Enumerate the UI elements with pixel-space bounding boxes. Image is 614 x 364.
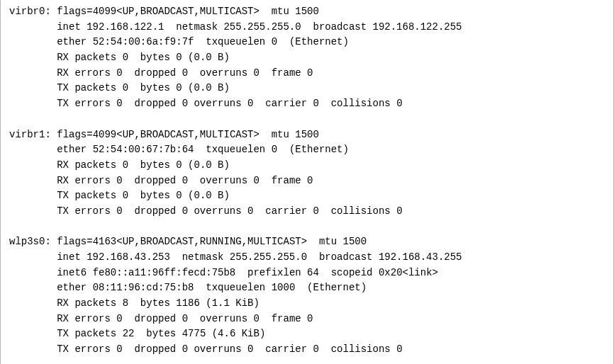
- iface-virbr0-ether-mac: 52:54:00:6a:f9:7f: [93, 36, 194, 47]
- iface-virbr1-mtu: 1500: [295, 129, 319, 140]
- iface-virbr0-tx-human: 0.0 B: [194, 82, 223, 93]
- iface-virbr0-rx-frame: 0: [307, 67, 313, 79]
- iface-wlp3s0-tx-human: 4.6 KiB: [218, 328, 259, 339]
- iface-wlp3s0-rx-bytes: 1186: [176, 297, 200, 309]
- iface-virbr1-tx-bytes: 0: [176, 190, 182, 201]
- iface-wlp3s0-inet-addr: 192.168.43.253: [86, 251, 170, 263]
- iface-virbr0-tx-overruns: 0: [247, 98, 253, 109]
- iface-wlp3s0-tx-bytes: 4775: [182, 328, 206, 339]
- iface-wlp3s0-flags-value: 4163: [93, 236, 117, 247]
- iface-virbr1-tx-packets: 0: [123, 190, 128, 201]
- iface-virbr1-rx-frame: 0: [307, 175, 313, 186]
- iface-wlp3s0-tx-carrier: 0: [313, 343, 319, 355]
- iface-virbr0-tx-carrier: 0: [313, 98, 319, 109]
- iface-wlp3s0-rx-errors: 0: [116, 313, 122, 324]
- iface-virbr1-name: virbr1: [9, 129, 45, 140]
- iface-virbr0-ether-txqueuelen: 0: [272, 36, 277, 47]
- iface-virbr0-inet-broadcast: 192.168.122.255: [373, 21, 462, 33]
- iface-virbr0-inet-netmask: 255.255.255.0: [223, 21, 301, 33]
- iface-virbr1-ether-txqueuelen: 0: [272, 144, 277, 155]
- iface-wlp3s0-rx-dropped: 0: [182, 313, 188, 324]
- iface-wlp3s0-ether-type: Ethernet: [313, 282, 361, 293]
- iface-virbr0-tx-dropped: 0: [182, 98, 188, 109]
- iface-virbr1-rx-bytes: 0: [176, 159, 182, 171]
- iface-virbr1-ether-mac: 52:54:00:67:7b:64: [93, 144, 194, 155]
- iface-virbr0-ether-type: Ethernet: [295, 36, 342, 47]
- iface-virbr0-tx-bytes: 0: [176, 82, 182, 93]
- iface-wlp3s0-tx-overruns: 0: [247, 343, 253, 355]
- iface-virbr1-rx-human: 0.0 B: [194, 159, 223, 171]
- iface-virbr0-name: virbr0: [9, 6, 45, 17]
- iface-wlp3s0-rx-human: 1.1 KiB: [212, 297, 254, 309]
- iface-wlp3s0-mtu: 1500: [343, 236, 367, 247]
- iface-virbr1-tx-dropped: 0: [182, 205, 188, 217]
- iface-wlp3s0-ether-txqueuelen: 1000: [272, 282, 296, 293]
- iface-wlp3s0-tx-collisions: 0: [396, 343, 402, 355]
- iface-virbr0-tx-errors: 0: [116, 98, 122, 109]
- iface-virbr0-rx-dropped: 0: [182, 67, 188, 79]
- iface-wlp3s0-inet6-scopeid: 0x20<link>: [379, 267, 438, 278]
- iface-virbr0-rx-bytes: 0: [176, 52, 182, 63]
- iface-virbr0-rx-packets: 0: [123, 52, 128, 63]
- iface-wlp3s0-inet-netmask: 255.255.255.0: [230, 251, 307, 263]
- terminal-viewport: virbr0: flags=4099<UP,BROADCAST,MULTICAS…: [0, 0, 614, 364]
- iface-virbr1-tx-carrier: 0: [313, 205, 319, 217]
- iface-wlp3s0-inet-broadcast: 192.168.43.255: [379, 251, 462, 263]
- iface-virbr1-tx-collisions: 0: [396, 205, 402, 217]
- iface-virbr1-rx-dropped: 0: [182, 175, 188, 186]
- iface-virbr1-tx-human: 0.0 B: [194, 190, 223, 201]
- iface-wlp3s0-tx-packets: 22: [123, 328, 135, 339]
- iface-wlp3s0-flags-list: UP,BROADCAST,RUNNING,MULTICAST: [123, 236, 301, 247]
- iface-virbr0-flags-value: 4099: [93, 6, 117, 17]
- iface-wlp3s0-tx-dropped: 0: [182, 343, 188, 355]
- iface-wlp3s0-inet6-prefixlen: 64: [307, 267, 319, 278]
- iface-virbr0-flags-list: UP,BROADCAST,MULTICAST: [123, 6, 254, 17]
- iface-wlp3s0-name: wlp3s0: [9, 236, 45, 247]
- iface-virbr1-flags-list: UP,BROADCAST,MULTICAST: [123, 129, 254, 140]
- iface-virbr0-tx-packets: 0: [123, 82, 128, 93]
- iface-virbr0-mtu: 1500: [295, 6, 319, 17]
- iface-virbr0-tx-collisions: 0: [396, 98, 402, 109]
- iface-wlp3s0-inet6-addr: fe80::a11:96ff:fecd:75b8: [93, 267, 236, 278]
- iface-virbr1-tx-overruns: 0: [247, 205, 253, 217]
- ifconfig-output: virbr0: flags=4099<UP,BROADCAST,MULTICAS…: [1, 4, 613, 358]
- iface-wlp3s0-rx-overruns: 0: [253, 313, 259, 324]
- iface-virbr0-rx-overruns: 0: [253, 67, 259, 79]
- iface-virbr0-rx-errors: 0: [116, 67, 122, 79]
- iface-virbr1-rx-errors: 0: [116, 175, 122, 186]
- iface-virbr0-rx-human: 0.0 B: [194, 52, 223, 63]
- iface-virbr1-flags-value: 4099: [93, 129, 117, 140]
- iface-virbr1-tx-errors: 0: [116, 205, 122, 217]
- iface-wlp3s0-tx-errors: 0: [116, 343, 122, 355]
- iface-wlp3s0-ether-mac: 08:11:96:cd:75:b8: [93, 282, 194, 293]
- iface-wlp3s0-rx-packets: 8: [123, 297, 128, 309]
- iface-virbr1-rx-packets: 0: [123, 159, 128, 171]
- iface-virbr0-inet-addr: 192.168.122.1: [86, 21, 164, 33]
- iface-virbr1-ether-type: Ethernet: [295, 144, 342, 155]
- iface-virbr1-rx-overruns: 0: [253, 175, 259, 186]
- iface-wlp3s0-rx-frame: 0: [307, 313, 313, 324]
